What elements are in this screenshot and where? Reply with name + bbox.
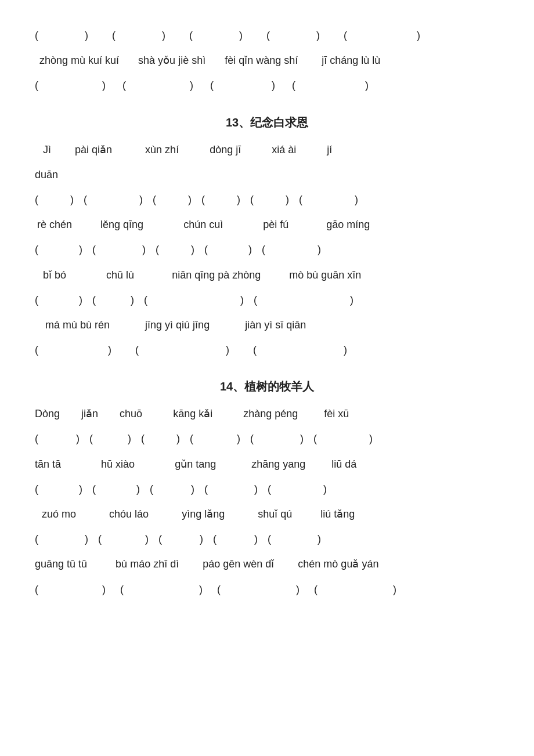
section-14-title: 14、植树的牧羊人	[35, 379, 499, 395]
s13-pinyin-row1: Jì pài qiǎn xùn zhí dòng jī xiá ài jí	[43, 138, 499, 162]
top-bracket-row2: () () () ()	[35, 73, 499, 98]
s14-bracket-row2: () () () () ()	[35, 477, 499, 502]
s14-bracket-row4: () () () ()	[35, 577, 499, 602]
pinyin-item: zhòng mù kuí kuí	[39, 55, 119, 66]
s13-pinyin-row4: má mù bù rén jīng yì qiú jīng jiàn yì sī…	[45, 313, 499, 338]
s13-bracket-row2: () () () () ()	[35, 237, 499, 262]
s14-pinyin-row2: tān tā hū xiào gǔn tang zhāng yang liū d…	[35, 452, 499, 477]
s13-bracket-row3: () () () ()	[35, 288, 499, 313]
s14-pinyin-row4: guāng tū tū bù máo zhī dì páo gēn wèn dǐ…	[35, 552, 499, 577]
section-13: 13、纪念白求恩 Jì pài qiǎn xùn zhí dòng jī xiá…	[35, 115, 499, 363]
pinyin-item: shà yǒu jiè shì	[138, 55, 205, 66]
s14-pinyin-row3: zuó mo chóu láo yìng lǎng shuǐ qú liú tǎ…	[42, 502, 499, 527]
pinyin-item: fèi qǐn wàng shí	[225, 55, 298, 66]
s14-bracket-row3: () () () () ()	[35, 527, 499, 552]
s14-pinyin-row1: Dòng jiǎn chuō kāng kǎi zhàng péng fèi x…	[35, 401, 499, 426]
top-bracket-row1: () () () () ()	[35, 23, 499, 48]
bracket: (	[35, 30, 38, 41]
s13-pinyin-row3: bǐ bó chū lù niān qīng pà zhòng mò bù gu…	[43, 263, 499, 288]
s13-pinyin-row2: rè chén lěng qīng chún cuì pèi fú gāo mí…	[37, 212, 499, 237]
top-pinyin-row: zhòng mù kuí kuí shà yǒu jiè shì fèi qǐn…	[39, 48, 499, 73]
s13-pinyin-row1b: duān	[35, 162, 499, 187]
top-section: () () () () () zhòng mù kuí kuí shà yǒu …	[35, 23, 499, 99]
section-13-title: 13、纪念白求恩	[35, 115, 499, 131]
s14-bracket-row1: () () () () () ()	[35, 426, 499, 451]
s13-bracket-row4: () () ()	[35, 338, 499, 363]
pinyin-item: jī cháng lù lù	[322, 55, 380, 66]
s13-bracket-row1: () () () () () ()	[35, 187, 499, 212]
section-14: 14、植树的牧羊人 Dòng jiǎn chuō kāng kǎi zhàng …	[35, 379, 499, 602]
